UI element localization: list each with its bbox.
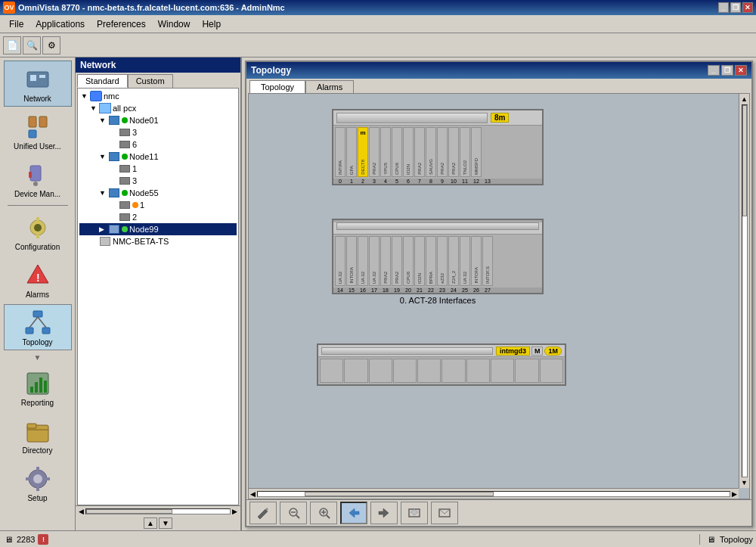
sidebar-item-unified[interactable]: Unified User... [4, 108, 72, 154]
sidebar-label-setup: Setup [27, 494, 47, 502]
svg-point-7 [33, 182, 38, 186]
tree-item-node01-shelf3[interactable]: 3 [79, 126, 237, 138]
tree-item-allpcx[interactable]: ▼ all pcx [79, 102, 237, 114]
topo-minimize[interactable]: _ [708, 65, 720, 76]
toolbar-btn-2[interactable]: 🔍 [23, 36, 41, 54]
tree-arrow-node01[interactable]: ▼ [99, 117, 108, 124]
sidebar-item-network[interactable]: Network [4, 61, 72, 107]
menu-applications[interactable]: Applications [29, 17, 91, 31]
node01-status-icon [108, 115, 120, 126]
tree-arrow-nmc[interactable]: ▼ [81, 92, 90, 100]
topo-vscroll[interactable]: ▲ ▼ [739, 94, 749, 488]
vscroll-up[interactable]: ▲ [741, 94, 748, 104]
tree-item-nmc[interactable]: ▼ nmc [79, 90, 237, 102]
svg-rect-15 [33, 311, 42, 317]
topo-hscroll[interactable]: ◀ ▶ [249, 488, 739, 499]
network-panel: Network Standard Custom ▼ nmc ▼ all pcx [76, 57, 242, 530]
close-button[interactable]: ✕ [742, 2, 753, 13]
tree-item-node11[interactable]: ▼ Node11 [79, 151, 237, 163]
sidebar-item-config[interactable]: Configuration [4, 209, 72, 255]
svg-rect-6 [30, 166, 41, 181]
slot-23: eZ32 [437, 236, 448, 286]
scroll-left[interactable]: ◀ [77, 508, 85, 515]
sidebar-label-directory: Directory [22, 446, 52, 455]
sidebar-collapse-arrow[interactable]: ▼ [33, 352, 43, 363]
svg-rect-4 [39, 117, 47, 127]
sidebar: Network Unified User... Device Man... Co… [0, 57, 76, 530]
tree-item-node55[interactable]: ▼ Node55 [79, 187, 237, 199]
tree-label-node55: Node55 [129, 188, 159, 197]
scroll-right[interactable]: ▶ [231, 508, 239, 515]
badge-intmgd3: intmgd3 [496, 347, 530, 356]
tab-topology[interactable]: Topology [249, 80, 305, 93]
sidebar-item-alarms[interactable]: ! Alarms [4, 256, 72, 303]
tree-item-node55-shelf2[interactable]: 2 [79, 211, 237, 223]
chassis-3: intmgd3 M 1M [317, 343, 566, 386]
tree-item-node55-shelf1[interactable]: 1 [79, 199, 237, 211]
svg-rect-23 [39, 378, 42, 393]
svg-rect-26 [27, 424, 36, 428]
tree-arrow-node99[interactable]: ▶ [99, 225, 108, 233]
tree-arrow-node11[interactable]: ▼ [99, 153, 108, 160]
hscroll-right[interactable]: ▶ [730, 490, 739, 498]
sidebar-item-reporting[interactable]: Reporting [4, 365, 72, 411]
menu-window[interactable]: Window [152, 17, 197, 31]
topo-restore[interactable]: ❐ [721, 65, 733, 76]
tree-label-node11-s1: 1 [132, 164, 137, 173]
hscroll-left[interactable]: ◀ [249, 490, 257, 498]
slot-21: IO2N [414, 236, 425, 286]
sidebar-label-network: Network [23, 95, 51, 103]
tree-item-nmcbeta[interactable]: NMC-BETA-TS [79, 235, 237, 247]
status-right-text: Topology [720, 535, 753, 544]
slot-18: PRA2 [380, 236, 391, 286]
tree-label-node99: Node99 [129, 225, 159, 234]
tree-item-node11-shelf1[interactable]: 1 [79, 163, 237, 175]
tool-arrow-forward[interactable] [370, 502, 398, 524]
tab-alarms[interactable]: Alarms [305, 80, 354, 93]
tree-item-node99[interactable]: ▶ Node99 [79, 223, 237, 235]
tree-item-node01[interactable]: ▼ Node01 [79, 114, 237, 126]
tab-custom[interactable]: Custom [128, 74, 173, 88]
sidebar-label-device: Device Man... [14, 190, 60, 198]
minimize-button[interactable]: _ [718, 2, 729, 13]
sidebar-item-directory[interactable]: Directory [4, 412, 72, 458]
tool-pencil[interactable] [249, 502, 277, 524]
vscroll-down[interactable]: ▼ [741, 477, 748, 488]
slot-12: MMSFD [471, 127, 482, 177]
sidebar-item-setup[interactable]: Setup [4, 460, 72, 506]
titlebar-title: OmniVista 8770 - nmc-beta-ts.fr.alcatel-… [18, 3, 718, 12]
tree-item-node11-shelf3[interactable]: 3 [79, 175, 237, 187]
tool-arrow-back[interactable] [340, 502, 367, 524]
topo-close[interactable]: ✕ [735, 65, 747, 76]
slot-2-yellow: DECT8 m [358, 127, 368, 177]
sidebar-item-topology[interactable]: Topology [4, 304, 72, 350]
tool-box1[interactable] [401, 502, 428, 524]
tree-item-node01-shelf6[interactable]: 6 [79, 138, 237, 151]
restore-button[interactable]: ❐ [730, 2, 741, 13]
sidebar-label-reporting: Reporting [21, 399, 54, 407]
tool-box2[interactable] [431, 502, 458, 524]
statusbar: 🖥 2283 ! 🖥 Topology [0, 530, 756, 547]
tree-arrow-node55[interactable]: ▼ [99, 189, 108, 197]
tool-zoom-out[interactable] [280, 502, 307, 524]
topology-content[interactable]: 8m INTIPA GPA DECT8 m [248, 93, 750, 499]
tree-nav-up[interactable]: ▲ [144, 517, 157, 529]
toolbar-btn-3[interactable]: ⚙ [42, 36, 60, 54]
tree-nav-down[interactable]: ▼ [159, 517, 172, 529]
sidebar-item-device[interactable]: Device Man... [4, 156, 72, 202]
badge-1M: 1M [544, 347, 562, 356]
svg-line-39 [327, 515, 330, 518]
tool-zoom-in[interactable] [310, 502, 337, 524]
sidebar-divider-1 [8, 205, 68, 206]
reporting-icon [23, 368, 53, 399]
toolbar-btn-1[interactable]: 📄 [3, 36, 21, 54]
tree-arrow-allpcx[interactable]: ▼ [90, 104, 99, 112]
svg-rect-3 [29, 117, 36, 127]
menu-preferences[interactable]: Preferences [91, 17, 152, 31]
svg-rect-33 [45, 477, 50, 480]
menu-help[interactable]: Help [196, 17, 227, 31]
tree-nav: ▲ ▼ [76, 516, 240, 530]
menu-file[interactable]: File [3, 17, 29, 31]
tab-standard[interactable]: Standard [77, 74, 128, 88]
status-right: 🖥 Topology [699, 534, 753, 545]
